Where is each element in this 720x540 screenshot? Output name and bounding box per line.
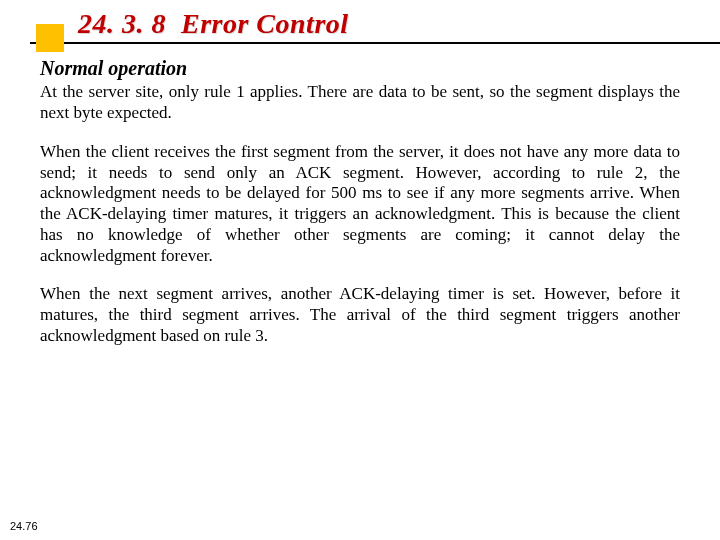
paragraph-1: At the server site, only rule 1 applies.… xyxy=(40,82,680,123)
paragraph-3: When the next segment arrives, another A… xyxy=(40,284,680,346)
slide-content: Normal operation At the server site, onl… xyxy=(0,50,720,346)
paragraph-2: When the client receives the first segme… xyxy=(40,142,680,266)
subtitle: Normal operation xyxy=(40,56,680,80)
horizontal-rule xyxy=(30,42,720,44)
section-number: 24. 3. 8 xyxy=(78,8,166,39)
accent-square-icon xyxy=(36,24,64,52)
title-text: Error Control xyxy=(181,8,349,39)
slide-number: 24.76 xyxy=(10,520,38,532)
slide-header: 24. 3. 8 Error Control xyxy=(0,0,720,50)
slide-title: 24. 3. 8 Error Control xyxy=(78,8,720,40)
